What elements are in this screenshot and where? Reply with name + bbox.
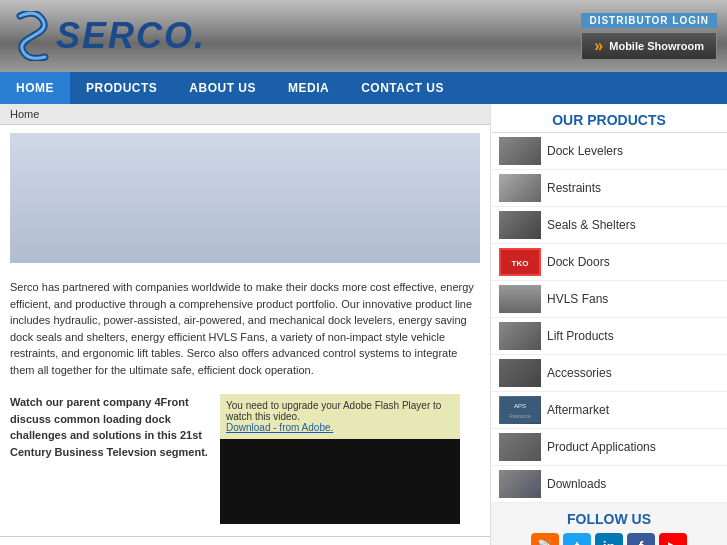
svg-text:Resource: Resource	[509, 413, 531, 419]
social-twitter-icon[interactable]: t	[563, 533, 591, 545]
product-name-label: Dock Doors	[547, 255, 610, 269]
product-item[interactable]: APSResourceAftermarket	[491, 392, 727, 429]
svg-text:TKO: TKO	[512, 259, 529, 268]
social-linkedin-icon[interactable]: in	[595, 533, 623, 545]
header-right: DISTRIBUTOR LOGIN » Mobile Showroom	[581, 13, 717, 60]
svg-text:APS: APS	[514, 403, 526, 409]
social-youtube-icon[interactable]: ▶	[659, 533, 687, 545]
product-item[interactable]: Restraints	[491, 170, 727, 207]
product-thumbnail	[499, 359, 541, 387]
mobile-showroom-label: Mobile Showroom	[609, 40, 704, 52]
header: SERCO. DISTRIBUTOR LOGIN » Mobile Showro…	[0, 0, 727, 72]
product-thumbnail: TKO	[499, 248, 541, 276]
product-list: Dock LevelersRestraintsSeals & SheltersT…	[491, 133, 727, 503]
follow-us-section: FOLLOW US 📡tinf▶	[491, 503, 727, 545]
product-item[interactable]: Product Applications	[491, 429, 727, 466]
product-name-label: HVLS Fans	[547, 292, 608, 306]
logo-area: SERCO.	[10, 11, 206, 61]
video-caption-text: Watch our parent company 4Front discuss …	[10, 394, 210, 460]
product-item[interactable]: TKODock Doors	[491, 244, 727, 281]
hero-image	[10, 133, 480, 263]
product-name-label: Lift Products	[547, 329, 614, 343]
nav-item-about[interactable]: ABOUT US	[173, 72, 272, 104]
mobile-showroom-button[interactable]: » Mobile Showroom	[581, 32, 717, 60]
sidebar: OUR PRODUCTS Dock LevelersRestraintsSeal…	[490, 104, 727, 545]
two-col-section: Watch our parent company 4Front discuss …	[0, 386, 490, 532]
main-wrapper: Home Serco has partnered with companies …	[0, 104, 727, 545]
nav-item-contact[interactable]: CONTACT US	[345, 72, 460, 104]
product-item[interactable]: HVLS Fans	[491, 281, 727, 318]
follow-us-title: FOLLOW US	[499, 511, 719, 527]
product-name-label: Restraints	[547, 181, 601, 195]
social-facebook-icon[interactable]: f	[627, 533, 655, 545]
product-item[interactable]: Accessories	[491, 355, 727, 392]
video-player[interactable]: You need to upgrade your Adobe Flash Pla…	[220, 394, 460, 524]
nav-item-products[interactable]: PRODUCTS	[70, 72, 173, 104]
product-thumbnail	[499, 470, 541, 498]
video-upgrade-overlay: You need to upgrade your Adobe Flash Pla…	[220, 394, 460, 439]
product-thumbnail	[499, 211, 541, 239]
product-thumbnail	[499, 285, 541, 313]
distributor-login-button[interactable]: DISTRIBUTOR LOGIN	[581, 13, 717, 28]
product-thumbnail	[499, 174, 541, 202]
logo-s-icon	[10, 11, 52, 61]
content-area: Home Serco has partnered with companies …	[0, 104, 490, 545]
product-item[interactable]: Seals & Shelters	[491, 207, 727, 244]
social-icons: 📡tinf▶	[499, 533, 719, 545]
main-nav: HOME PRODUCTS ABOUT US MEDIA CONTACT US	[0, 72, 727, 104]
video-upgrade-message: You need to upgrade your Adobe Flash Pla…	[226, 400, 441, 422]
product-thumbnail	[499, 433, 541, 461]
product-name-label: Accessories	[547, 366, 612, 380]
product-thumbnail	[499, 137, 541, 165]
mobile-arrow-icon: »	[594, 37, 603, 55]
product-name-label: Downloads	[547, 477, 606, 491]
product-name-label: Seals & Shelters	[547, 218, 636, 232]
adobe-download-link[interactable]: Download - from Adobe.	[226, 422, 333, 433]
social-rss-icon[interactable]: 📡	[531, 533, 559, 545]
main-content-text: Serco has partnered with companies world…	[0, 271, 490, 386]
product-name-label: Aftermarket	[547, 403, 609, 417]
bottom-labels: RECENT NEWS FEATURED CASE STUDY	[0, 536, 490, 545]
product-name-label: Product Applications	[547, 440, 656, 454]
nav-item-home[interactable]: HOME	[0, 72, 70, 104]
our-products-title: OUR PRODUCTS	[491, 104, 727, 133]
product-item[interactable]: Downloads	[491, 466, 727, 503]
nav-item-media[interactable]: MEDIA	[272, 72, 345, 104]
product-thumbnail	[499, 322, 541, 350]
breadcrumb: Home	[0, 104, 490, 125]
product-item[interactable]: Dock Levelers	[491, 133, 727, 170]
svg-rect-2	[500, 397, 540, 423]
product-thumbnail: APSResource	[499, 396, 541, 424]
product-name-label: Dock Levelers	[547, 144, 623, 158]
video-caption-area: Watch our parent company 4Front discuss …	[10, 394, 210, 524]
product-item[interactable]: Lift Products	[491, 318, 727, 355]
logo-text: SERCO.	[56, 15, 206, 57]
